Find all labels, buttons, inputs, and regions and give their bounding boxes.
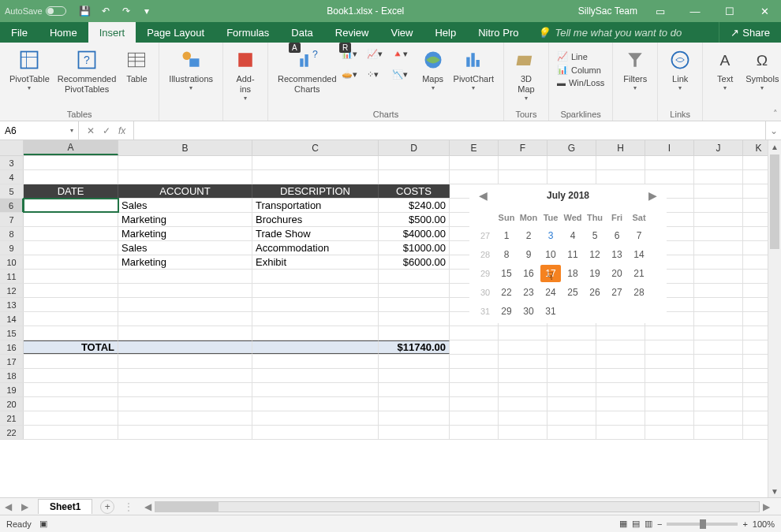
- cell[interactable]: [252, 411, 379, 425]
- column-header-a[interactable]: A: [24, 140, 118, 155]
- calendar-next-icon[interactable]: ▶: [648, 189, 657, 202]
- chart-line-icon[interactable]: 📈▾: [367, 49, 390, 68]
- addins-button[interactable]: Add- ins▾: [230, 46, 261, 117]
- cell[interactable]: [450, 411, 499, 425]
- tab-nitro[interactable]: Nitro Pro: [467, 22, 529, 43]
- cell-account[interactable]: Marketing: [118, 227, 252, 240]
- cell[interactable]: [379, 284, 450, 297]
- fx-icon[interactable]: fx: [118, 125, 125, 136]
- row-header[interactable]: 17: [0, 355, 24, 368]
- cell[interactable]: [694, 270, 743, 283]
- row-header[interactable]: 3: [0, 156, 24, 169]
- minimize-icon[interactable]: —: [683, 6, 707, 17]
- text-button[interactable]: A Text▾: [709, 46, 741, 117]
- row-header[interactable]: 9: [0, 241, 24, 255]
- row-header[interactable]: 7: [0, 213, 24, 226]
- view-page-break-icon[interactable]: ▥: [645, 519, 652, 529]
- cell-description[interactable]: Exhibit: [252, 255, 379, 269]
- calendar-day[interactable]: 8: [496, 246, 517, 263]
- zoom-out-icon[interactable]: −: [657, 519, 662, 529]
- th-description[interactable]: DESCRIPTION: [252, 184, 379, 198]
- cell[interactable]: [118, 426, 252, 439]
- calendar-day[interactable]: 10: [540, 246, 561, 263]
- th-date[interactable]: DATE: [24, 184, 118, 198]
- tab-page-layout[interactable]: Page Layout: [136, 22, 215, 43]
- calendar-day[interactable]: 22: [496, 284, 517, 301]
- cell-costs[interactable]: $1000.00: [379, 241, 450, 255]
- cell[interactable]: [694, 326, 743, 340]
- cell[interactable]: [645, 326, 694, 340]
- cell[interactable]: [118, 397, 252, 411]
- cell[interactable]: [379, 426, 450, 439]
- cell[interactable]: [499, 397, 547, 411]
- cell-date[interactable]: [24, 255, 118, 269]
- cell[interactable]: [596, 426, 645, 439]
- row-header[interactable]: 12: [0, 284, 24, 297]
- row-header[interactable]: 13: [0, 298, 24, 311]
- column-header-g[interactable]: G: [547, 140, 596, 155]
- cell[interactable]: [24, 426, 118, 439]
- cell[interactable]: [645, 426, 694, 439]
- cell[interactable]: [118, 369, 252, 382]
- cell[interactable]: [252, 326, 379, 340]
- maximize-icon[interactable]: ☐: [718, 6, 742, 17]
- cell[interactable]: [252, 284, 379, 297]
- tab-data[interactable]: Data: [280, 22, 323, 43]
- sparkline-column-button[interactable]: 📊Column: [555, 64, 606, 76]
- calendar-title[interactable]: July 2018: [547, 190, 589, 201]
- cell[interactable]: [694, 170, 743, 184]
- cell[interactable]: [379, 298, 450, 311]
- cell[interactable]: [694, 426, 743, 439]
- sparkline-line-button[interactable]: 📈Line: [555, 50, 606, 62]
- cell[interactable]: [379, 326, 450, 340]
- cell[interactable]: [694, 340, 743, 354]
- cell[interactable]: [379, 156, 450, 169]
- cell[interactable]: [499, 326, 547, 340]
- cell[interactable]: [118, 411, 252, 425]
- cell[interactable]: [379, 383, 450, 396]
- row-header[interactable]: 15: [0, 326, 24, 340]
- cell[interactable]: [694, 227, 743, 240]
- enter-formula-icon[interactable]: ✓: [103, 125, 110, 136]
- vertical-scrollbar[interactable]: ▲ ▼: [768, 140, 781, 497]
- cell[interactable]: [694, 213, 743, 226]
- calendar-day[interactable]: 26: [585, 284, 605, 301]
- cell[interactable]: [24, 397, 118, 411]
- calendar-day[interactable]: 29: [496, 303, 517, 320]
- save-icon[interactable]: 💾: [79, 5, 92, 17]
- recommended-pivot-button[interactable]: ? Recommended PivotTables: [54, 46, 120, 108]
- close-icon[interactable]: ✕: [753, 6, 776, 17]
- cell[interactable]: [24, 355, 118, 368]
- pivot-table-button[interactable]: PivotTable▾: [6, 46, 53, 108]
- cell[interactable]: [24, 156, 118, 169]
- calendar-day[interactable]: 31: [540, 303, 561, 320]
- cell[interactable]: [252, 270, 379, 283]
- cell[interactable]: [694, 369, 743, 382]
- cell[interactable]: [645, 383, 694, 396]
- row-header[interactable]: 21: [0, 411, 24, 425]
- cell[interactable]: [24, 383, 118, 396]
- row-header[interactable]: 11: [0, 270, 24, 283]
- add-sheet-button[interactable]: +: [100, 500, 114, 514]
- cell[interactable]: [499, 426, 547, 439]
- formula-input[interactable]: [134, 121, 765, 140]
- calendar-day[interactable]: 28: [629, 284, 649, 301]
- user-name[interactable]: SillySac Team: [578, 6, 637, 17]
- calendar-day[interactable]: 15: [496, 265, 517, 282]
- calendar-day[interactable]: 9: [518, 246, 539, 263]
- cell[interactable]: [499, 369, 547, 382]
- calendar-day[interactable]: 7: [629, 227, 649, 244]
- cell-date[interactable]: [24, 213, 118, 226]
- cell-total-label[interactable]: TOTAL: [24, 340, 118, 354]
- cell[interactable]: [596, 326, 645, 340]
- cell[interactable]: [596, 383, 645, 396]
- cell[interactable]: [499, 170, 547, 184]
- calendar-day[interactable]: 18: [562, 265, 583, 282]
- cell-date[interactable]: [24, 241, 118, 255]
- cell[interactable]: [252, 383, 379, 396]
- cell[interactable]: [118, 156, 252, 169]
- calendar-day[interactable]: 6: [607, 227, 627, 244]
- calendar-day[interactable]: 27: [607, 284, 627, 301]
- row-header[interactable]: 4: [0, 170, 24, 184]
- row-header[interactable]: 6: [0, 199, 24, 212]
